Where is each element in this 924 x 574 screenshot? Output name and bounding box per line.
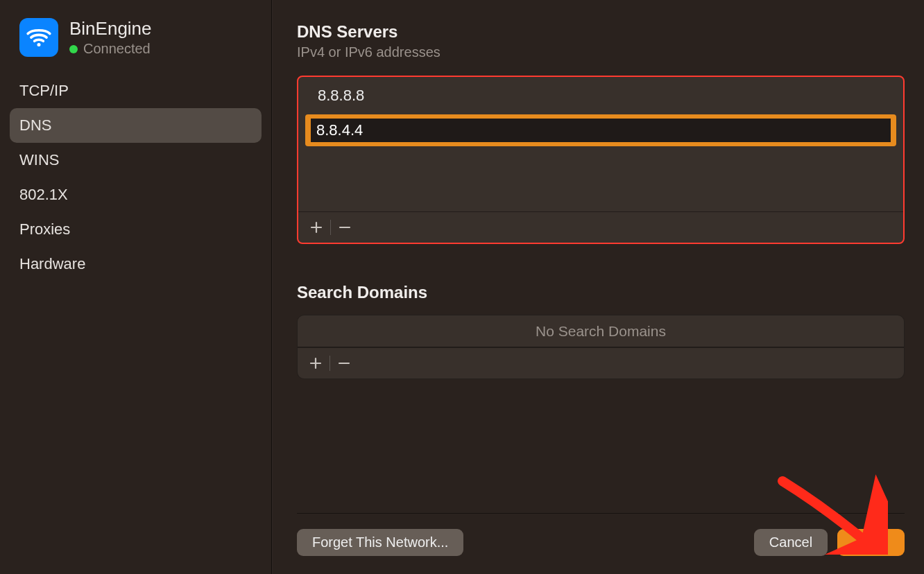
- main-pane: DNS Servers IPv4 or IPv6 addresses 8.8.8…: [272, 0, 924, 574]
- status-dot-icon: [69, 45, 78, 53]
- dns-server-row-editing[interactable]: [305, 114, 896, 146]
- sidebar-item-8021x[interactable]: 802.1X: [10, 177, 262, 212]
- sidebar-item-tcpip[interactable]: TCP/IP: [10, 73, 262, 108]
- status-text: Connected: [83, 41, 151, 57]
- sidebar-item-dns[interactable]: DNS: [10, 108, 262, 143]
- sidebar-item-wins[interactable]: WINS: [10, 143, 262, 177]
- forget-network-button[interactable]: Forget This Network...: [297, 529, 463, 556]
- search-domains-panel: No Search Domains: [297, 315, 905, 379]
- add-dns-button[interactable]: [302, 215, 330, 240]
- remove-dns-button[interactable]: [331, 215, 359, 240]
- dns-empty-area[interactable]: [302, 146, 899, 207]
- dns-server-input[interactable]: [311, 119, 891, 142]
- dns-title: DNS Servers: [297, 22, 905, 42]
- network-name: BinEngine: [69, 18, 152, 40]
- dns-server-row[interactable]: 8.8.8.8: [302, 81, 899, 110]
- network-status: Connected: [69, 41, 152, 57]
- search-domains-empty[interactable]: No Search Domains: [298, 315, 904, 347]
- dns-servers-list[interactable]: 8.8.8.8: [298, 77, 903, 211]
- sidebar: BinEngine Connected TCP/IP DNS WINS 802.…: [0, 0, 272, 574]
- sidebar-item-proxies[interactable]: Proxies: [10, 212, 262, 247]
- svg-point-0: [37, 43, 40, 46]
- cancel-button[interactable]: Cancel: [754, 529, 828, 556]
- dns-servers-panel: 8.8.8.8: [297, 76, 905, 244]
- dns-subtitle: IPv4 or IPv6 addresses: [297, 44, 905, 60]
- wifi-icon: [19, 18, 58, 57]
- dns-list-footer: [298, 211, 903, 243]
- network-info: BinEngine Connected: [69, 18, 152, 57]
- search-domains-title: Search Domains: [297, 283, 905, 302]
- sidebar-item-hardware[interactable]: Hardware: [10, 247, 262, 281]
- sidebar-list: TCP/IP DNS WINS 802.1X Proxies Hardware: [0, 69, 271, 281]
- dialog-footer: Forget This Network... Cancel OK: [297, 513, 905, 574]
- remove-search-domain-button[interactable]: [330, 351, 358, 376]
- search-domains-footer: [298, 347, 904, 379]
- ok-button[interactable]: OK: [837, 529, 905, 556]
- add-search-domain-button[interactable]: [302, 351, 330, 376]
- network-header: BinEngine Connected: [0, 12, 271, 69]
